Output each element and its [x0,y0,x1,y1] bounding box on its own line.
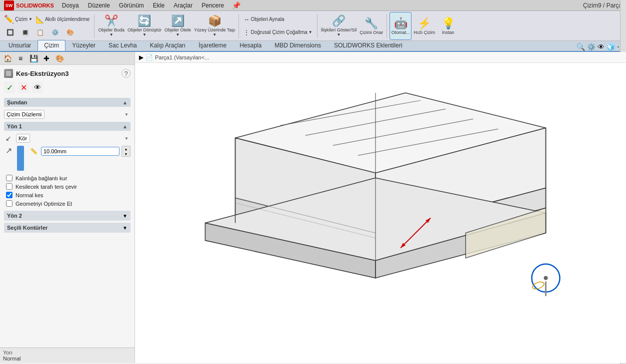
tab-unsurlar[interactable]: Unsurlar [2,40,38,51]
section-yon1-title: Yön 1 [7,123,22,129]
tab-yuzeyler[interactable]: Yüzeyler [66,40,102,51]
toolbar-cizimi-onar[interactable]: 🔧 Çizimi Onar [358,12,384,40]
toolbar-objeler-buda[interactable]: ✂️ Objeler Buda ▼ [97,12,126,40]
menu-dosya[interactable]: Dosya [58,1,83,10]
tab-eklentiler[interactable]: SOLIDWORKS Eklentileri [328,40,409,51]
menu-bar: Dosya Düzenle Görünüm Ekle Araçlar Pence… [58,1,228,10]
menu-araclar[interactable]: Araçlar [170,1,196,10]
checkbox-normal-kes[interactable] [6,192,12,198]
shundan-dropdown-row: Çizim Düzlemi [4,110,130,119]
3d-view-icon[interactable]: 🧊 [606,43,615,51]
shundan-select-wrapper: Çizim Düzlemi [4,110,130,119]
toolbar-row2-btn5[interactable]: 🎨 [63,26,77,38]
toolbar-group-left: ✏️ Çizim ▼ 📐 Akıllı ölçümlendirme 🔲 🔳 📋 [2,11,92,41]
ok-button[interactable]: ✓ [4,82,15,93]
toolbar-iliskiler[interactable]: 🔗 İlişkileri Göster/Sil ▼ [320,12,358,40]
checkbox-ters-cevir-label: Kesilecek tarafı ters çevir [16,184,77,190]
toolbar-objeler-otele[interactable]: ↗️ Objeler Ötele ▼ [164,12,192,40]
toolbar-otomat[interactable]: 🤖 Otomat... [390,12,412,40]
section-shundan-title: Şundan [7,99,27,105]
direction-row: ↙ Kör [4,134,130,143]
panel-icon-btn-4[interactable]: ✚ [41,53,52,64]
menu-ekle[interactable]: Ekle [149,1,168,10]
toolbar-separator-3 [317,14,318,38]
toolbar-row2-btn2[interactable]: 🔳 [18,26,32,38]
view-icon[interactable]: 👁 [598,43,604,51]
help-button[interactable]: ? [122,69,130,78]
checkbox-row-2: Kesilecek tarafı ters çevir [6,183,130,190]
menu-gorunum[interactable]: Görünüm [115,1,148,10]
depth-arrow-icon: ↗ [4,146,13,155]
canvas-viewport[interactable] [135,63,626,363]
breadcrumb-arrow: ▶ [139,54,144,61]
preview-button[interactable]: 👁 [32,82,43,93]
breadcrumb-bar: ▶ 📄 Parça1 (Varsayılan<... [135,52,626,63]
sw-logo-text: SOLIDWORKS [16,2,54,8]
section-yon2[interactable]: Yön 2 ▼ [4,211,130,221]
section-secili-konturler[interactable]: Seçili Kontürler ▼ [4,223,130,233]
iliskiler-icon: 🔗 [332,14,346,27]
panel-status-normal: Normal [3,356,132,362]
toolbar-objeler-donustur[interactable]: 🔄 Objeler Dönüştür ▼ [126,12,162,40]
panel-icon-btn-2[interactable]: ≡ [15,53,26,64]
checkbox-kalınlık[interactable] [6,175,12,181]
depth-input[interactable] [41,147,120,156]
spinner-down[interactable]: ▼ [122,151,130,156]
panel-icon-btn-1[interactable]: 🏠 [2,53,13,64]
cancel-button[interactable]: ✕ [18,82,29,93]
shundan-select[interactable]: Çizim Düzlemi [4,110,44,119]
objeler-otele-icon: ↗️ [171,14,184,27]
depth-spinner: ▲ ▼ [122,146,130,157]
toolbar-row2-btn3[interactable]: 📋 [33,26,47,38]
tab-mbd[interactable]: MBD Dimensions [268,40,328,51]
sw-logo-icon: SW [4,0,14,10]
objeler-buda-icon: ✂️ [104,14,118,27]
hizli-cizim-icon: ⚡ [418,17,431,30]
tab-cizim[interactable]: Çizim [38,40,66,51]
menu-duzenle[interactable]: Düzenle [84,1,114,10]
toolbar-akilli-btn[interactable]: 📐 Akıllı ölçümlendirme [34,13,90,25]
cizimi-onar-icon: 🔧 [364,17,378,30]
checkboxes-section: Kalınlığa bağlantı kur Kesilecek tarafı … [4,175,130,207]
settings-icon[interactable]: ⚙️ [587,43,596,51]
checkbox-optimize[interactable] [6,200,12,207]
tab-sac-levha[interactable]: Sac Levha [102,40,144,51]
section-yon2-arrow: ▼ [122,213,128,219]
menu-pencere[interactable]: Pencere [198,1,228,10]
feature-controls: ✓ ✕ 👁 [4,82,130,93]
checkbox-ters-cevir[interactable] [6,183,12,190]
toolbar-hizli-cizim[interactable]: ⚡ Hızlı Çizim [412,12,436,40]
breadcrumb-icon: 📄 [146,54,153,61]
panel-icon-btn-3[interactable]: 💾 [28,53,39,64]
breadcrumb-text: Parça1 (Varsayılan<... [155,54,209,60]
toolbar-cizim-btn[interactable]: ✏️ Çizim ▼ [3,13,34,25]
section-shundan[interactable]: Şundan ▲ [4,98,130,107]
toolbar-row2-btn1[interactable]: 🔲 [3,26,17,38]
search-icon[interactable]: 🔍 [576,43,585,51]
ribbon-right-icons: 🔍 ⚙️ 👁 🧊 ⋯ [576,43,624,51]
toolbar-dogru-cizim[interactable]: ⋮ Doğrusal Çizim Çoğaltma ▼ [242,26,313,38]
direction-arrow-icon: ↙ [4,134,13,143]
tab-isaretleme[interactable]: İşaretleme [192,40,233,51]
main-layout: 🏠 ≡ 💾 ✚ 🎨 Kes-Ekstrüzyon3 ? ✓ [0,52,626,363]
instan-icon: 💡 [442,17,455,30]
spinner-up[interactable]: ▲ [122,146,130,151]
section-secili-konturler-title: Seçili Kontürler [7,225,48,231]
feature-panel: Kes-Ekstrüzyon3 ? ✓ ✕ 👁 Şundan ▲ Çizim D… [0,65,134,348]
checkbox-row-1: Kalınlığa bağlantı kur [6,175,130,181]
section-secili-konturler-arrow: ▼ [122,225,128,231]
toolbar-row2-btn4[interactable]: ⚙️ [48,26,62,38]
tab-kalip-araclari[interactable]: Kalıp Araçları [144,40,192,51]
panel-icon-btn-5[interactable]: 🎨 [54,53,65,64]
panel-top-bar: 🏠 ≡ 💾 ✚ 🎨 [0,52,134,65]
pin-icon[interactable]: 📌 [232,1,240,9]
toolbar-instan[interactable]: 💡 İnstan [437,12,459,40]
toolbar-objeler-aynala[interactable]: ↔️ Objeleri Aynala [242,13,285,25]
direction-select[interactable]: Kör [16,134,30,143]
toolbar-yuzey-uzerinde[interactable]: 📦 Yüzey Üzerinde Taşı ▼ [193,12,236,40]
direction-select-wrapper: Kör [16,134,130,143]
section-yon1[interactable]: Yön 1 ▲ [4,122,130,131]
tab-hesapla[interactable]: Hesapla [233,40,268,51]
window-title: Çizim9 / Parça [583,2,622,9]
feature-title: Kes-Ekstrüzyon3 ? [4,69,130,78]
